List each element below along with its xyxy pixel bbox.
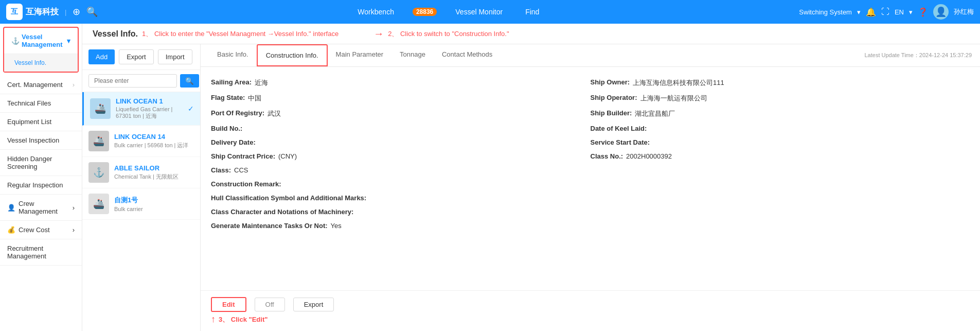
hull-classification-row: Hull Classification Symbol and Additiona…	[211, 191, 591, 205]
tab-basic-info[interactable]: Basic Info.	[209, 44, 257, 66]
vessel-desc-2: Chemical Tank | 无限航区	[114, 173, 194, 181]
construction-remark-row: Construction Remark:	[211, 177, 591, 191]
generate-maintenance-row: Generate Maintenance Tasks Or Not: Yes	[211, 219, 591, 233]
vessel-desc-0: Liquefied Gas Carrier | 67301 ton | 近海	[116, 106, 183, 120]
date-keel-label: Date of Keel Laid:	[591, 125, 647, 132]
workbench-button[interactable]: Workbench	[353, 6, 398, 18]
content-area: Add Export Import 🔍 🚢 LINK OCEAN 1 Lique…	[82, 44, 980, 331]
chevron-icon: ▾	[67, 37, 70, 45]
port-of-registry-row: Port Of Registry: 武汉	[211, 106, 591, 121]
workbench-badge: 28836	[413, 8, 437, 16]
sidebar-item-hidden-danger[interactable]: Hidden Danger Screening	[0, 150, 82, 176]
class-no-label: Class No.:	[591, 152, 623, 160]
ship-builder-label: Ship Builder:	[591, 109, 632, 117]
class-label: Class:	[211, 166, 231, 174]
vessel-list: 🚢 LINK OCEAN 1 Liquefied Gas Carrier | 6…	[82, 92, 200, 331]
vessel-desc-1: Bulk carrier | 56968 ton | 远洋	[114, 142, 194, 149]
tab-construction-info[interactable]: Construction Info.	[257, 44, 328, 66]
ship-contract-price-label: Ship Contract Price:	[211, 152, 275, 160]
flag-state-row: Flag State: 中国	[211, 91, 591, 106]
ship-operator-label: Ship Operator:	[591, 94, 637, 101]
vessel-name-0: LINK OCEAN 1	[116, 97, 183, 105]
export-button[interactable]: Export	[119, 49, 154, 64]
tab-tonnage[interactable]: Tonnage	[391, 44, 434, 66]
app-logo: 互 互海科技	[6, 4, 59, 20]
class-row: Class: CCS	[211, 163, 591, 177]
fullscreen-icon[interactable]: ⛶	[881, 7, 889, 16]
search-bar: 🔍	[82, 70, 200, 92]
sidebar-item-regular-inspection[interactable]: Regular Inspection	[0, 176, 82, 195]
vessel-monitor-button[interactable]: Vessel Monitor	[451, 6, 507, 18]
sidebar-item-crew-cost[interactable]: 💰 Crew Cost ›	[0, 221, 82, 239]
hull-classification-label: Hull Classification Symbol and Additiona…	[211, 194, 366, 202]
ship-builder-value: 湖北宜昌船厂	[635, 109, 675, 118]
avatar[interactable]: 👤	[933, 4, 949, 20]
sidebar-item-equipment-list[interactable]: Equipment List	[0, 113, 82, 131]
class-character-row: Class Character and Notations of Machine…	[211, 205, 591, 219]
sidebar-item-crew-management[interactable]: 👤 Crew Management ›	[0, 195, 82, 221]
sidebar-item-recruitment[interactable]: Recruitment Management	[0, 239, 82, 266]
left-panel: Add Export Import 🔍 🚢 LINK OCEAN 1 Lique…	[82, 44, 201, 331]
ship-operator-value: 上海海一航运有限公司	[640, 94, 707, 103]
ship-contract-price-value: (CNY)	[278, 152, 297, 160]
vessel-avatar-3: 🚢	[88, 194, 109, 214]
sidebar-item-vessel-info[interactable]: Vessel Info.	[4, 54, 78, 72]
vessel-item-0[interactable]: 🚢 LINK OCEAN 1 Liquefied Gas Carrier | 6…	[82, 92, 200, 126]
vessel-management-section: ⚓ Vessel Management ▾ Vessel Info.	[3, 27, 79, 73]
switching-system-button[interactable]: Switching System	[799, 8, 852, 16]
edit-button[interactable]: Edit	[211, 297, 246, 312]
update-time: Latest Update Time：2024-12-24 15:37:29	[864, 51, 972, 59]
delivery-date-row: Delivery Date:	[211, 135, 591, 149]
anchor-icon: ⚓	[11, 37, 20, 45]
search-input[interactable]	[88, 74, 177, 88]
class-value: CCS	[234, 166, 248, 174]
sidebar-item-vessel-management[interactable]: ⚓ Vessel Management ▾	[4, 28, 78, 54]
notification-icon[interactable]: 🔔	[866, 7, 876, 17]
ship-operator-row: Ship Operator: 上海海一航运有限公司	[591, 91, 970, 106]
generate-maintenance-value: Yes	[331, 222, 342, 230]
export-detail-button[interactable]: Export	[293, 298, 334, 311]
tab-contact-methods[interactable]: Contact Methods	[434, 44, 501, 66]
sailing-area-label: Sailing Area:	[211, 78, 252, 86]
user-name: 孙红梅	[954, 7, 974, 16]
app-name: 互海科技	[26, 7, 59, 18]
vessel-desc-3: Bulk carrier	[114, 206, 194, 212]
detail-left-col: Sailing Area: 近海 Flag State: 中国 Port Of …	[211, 75, 591, 233]
sidebar-item-cert-management[interactable]: Cert. Management ›	[0, 76, 82, 94]
ship-contract-price-row: Ship Contract Price: (CNY)	[211, 149, 591, 163]
vessel-info-3: 自测1号 Bulk carrier	[114, 196, 194, 212]
vessel-name-1: LINK OCEAN 14	[114, 133, 194, 141]
home-icon[interactable]: ⊕	[73, 6, 80, 18]
port-of-registry-label: Port Of Registry:	[211, 109, 264, 117]
sidebar-item-technical-files[interactable]: Technical Files	[0, 94, 82, 113]
page-header-area: Vessel Info. 1、 Click to enter the "Vess…	[82, 24, 980, 44]
ship-owner-row: Ship Owner: 上海互海信息科技有限公司111	[591, 75, 970, 91]
vessel-item-3[interactable]: 🚢 自测1号 Bulk carrier	[82, 188, 200, 220]
expand-icon2: ›	[73, 226, 75, 234]
find-button[interactable]: Find	[521, 6, 543, 18]
sidebar-item-vessel-inspection[interactable]: Vessel Inspection	[0, 131, 82, 150]
vessel-info-0: LINK OCEAN 1 Liquefied Gas Carrier | 673…	[116, 97, 183, 120]
vessel-avatar-2: ⚓	[88, 162, 109, 183]
vessel-item-2[interactable]: ⚓ ABLE SAILOR Chemical Tank | 无限航区	[82, 157, 200, 188]
detail-grid: Sailing Area: 近海 Flag State: 中国 Port Of …	[211, 75, 970, 233]
action-bar: Edit Off Export ↑ 3、 Click "Edit"	[201, 290, 980, 331]
search-icon[interactable]: 🔍	[86, 6, 98, 18]
off-button[interactable]: Off	[255, 298, 285, 311]
tab-main-parameter[interactable]: Main Parameter	[328, 44, 391, 66]
vessel-avatar-0: 🚢	[90, 98, 111, 119]
add-button[interactable]: Add	[88, 49, 115, 64]
search-button[interactable]: 🔍	[180, 74, 199, 88]
import-button[interactable]: Import	[158, 49, 192, 64]
vessel-item-1[interactable]: 🚢 LINK OCEAN 14 Bulk carrier | 56968 ton…	[82, 126, 200, 157]
main-content: Vessel Info. 1、 Click to enter the "Vess…	[82, 24, 980, 331]
topnav-right: Switching System ▾ 🔔 ⛶ EN ▾ ❓ 👤 孙红梅	[799, 4, 974, 20]
arrow-down-icon: ↑	[211, 314, 216, 325]
help-icon[interactable]: ❓	[918, 7, 928, 17]
vessel-name-3: 自测1号	[114, 196, 194, 205]
arrow-right-icon: →	[373, 28, 384, 40]
class-no-row: Class No.: 2002H0000392	[591, 149, 970, 163]
lang-selector[interactable]: EN	[895, 8, 904, 16]
vessel-info-2: ABLE SAILOR Chemical Tank | 无限航区	[114, 164, 194, 181]
right-panel-header: Basic Info. Construction Info. Main Para…	[201, 44, 980, 67]
